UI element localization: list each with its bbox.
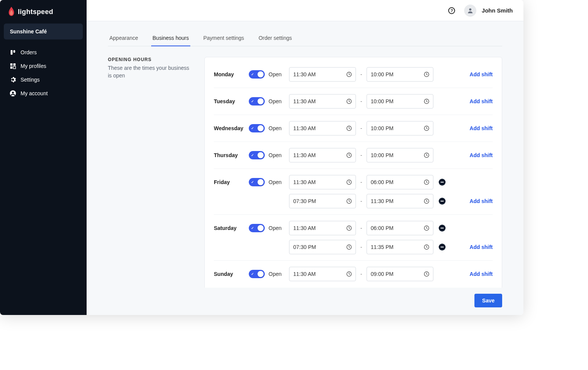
- svg-point-8: [469, 8, 471, 11]
- main: ? John Smith Appearance Business hours P…: [87, 0, 523, 315]
- time-input-from[interactable]: 11:30 AM: [289, 267, 356, 281]
- tabs: Appearance Business hours Payment settin…: [108, 30, 502, 46]
- time-separator: -: [356, 271, 367, 277]
- time-value: 07:30 PM: [293, 198, 316, 204]
- time-input-to[interactable]: 06:00 PM: [367, 175, 433, 189]
- day-block: Monday ✓ Open11:30 AM-10:00 PMAdd shift: [214, 61, 493, 88]
- day-block: Friday ✓ Open11:30 AM-06:00 PM 07:30 PM-…: [214, 169, 493, 215]
- time-separator: -: [356, 152, 367, 158]
- shift-row: Thursday ✓ Open11:30 AM-10:00 PMAdd shif…: [214, 147, 493, 163]
- day-block: Saturday ✓ Open11:30 AM-06:00 PM 07:30 P…: [214, 215, 493, 261]
- time-input-from[interactable]: 11:30 AM: [289, 94, 356, 109]
- add-shift-button[interactable]: Add shift: [464, 71, 493, 77]
- shift-row: 07:30 PM-11:30 PMAdd shift: [214, 193, 493, 209]
- time-value: 10:00 PM: [371, 152, 394, 158]
- business-name: Sunshine Café: [10, 28, 47, 35]
- add-shift-button[interactable]: Add shift: [464, 125, 493, 131]
- day-name: Monday: [214, 71, 249, 77]
- time-input-to[interactable]: 10:00 PM: [367, 94, 433, 109]
- time-input-to[interactable]: 06:00 PM: [367, 221, 433, 235]
- open-toggle[interactable]: ✓: [249, 270, 265, 278]
- time-separator: -: [356, 98, 367, 104]
- add-shift-button[interactable]: Add shift: [464, 98, 493, 104]
- time-input-from[interactable]: 07:30 PM: [289, 240, 356, 254]
- section-subtitle: These are the times your business is ope…: [108, 65, 192, 79]
- tab-payment-settings[interactable]: Payment settings: [202, 30, 245, 46]
- nav-item-label: My account: [21, 90, 48, 96]
- account-icon: [10, 90, 16, 96]
- clock-icon: [424, 271, 429, 277]
- section-title: OPENING HOURS: [108, 57, 192, 62]
- add-shift-button[interactable]: Add shift: [464, 244, 493, 250]
- clock-icon: [346, 126, 352, 131]
- clock-icon: [346, 271, 352, 277]
- time-input-to[interactable]: 10:00 PM: [367, 121, 433, 135]
- open-toggle[interactable]: ✓: [249, 97, 265, 105]
- brand-logo: lightspeed: [4, 7, 83, 24]
- nav-item-profiles[interactable]: My profiles: [4, 59, 83, 73]
- opening-hours-section: OPENING HOURS These are the times your b…: [108, 57, 502, 288]
- open-toggle[interactable]: ✓: [249, 124, 265, 132]
- remove-shift-button[interactable]: [439, 244, 446, 250]
- add-shift-button[interactable]: Add shift: [464, 198, 493, 204]
- add-shift-button[interactable]: Add shift: [464, 271, 493, 277]
- save-button[interactable]: Save: [474, 294, 502, 307]
- time-value: 11:30 AM: [293, 71, 316, 77]
- user-menu[interactable]: John Smith: [464, 5, 513, 17]
- avatar: [464, 5, 476, 17]
- clock-icon: [424, 244, 429, 250]
- time-value: 11:30 AM: [293, 152, 316, 158]
- business-selector[interactable]: Sunshine Café: [4, 24, 83, 39]
- profiles-icon: [10, 63, 16, 69]
- time-input-from[interactable]: 11:30 AM: [289, 221, 356, 235]
- open-status: Open: [269, 125, 289, 131]
- time-input-from[interactable]: 11:30 AM: [289, 121, 356, 135]
- open-toggle[interactable]: ✓: [249, 224, 265, 232]
- clock-icon: [346, 99, 352, 104]
- nav-item-orders[interactable]: Orders: [4, 46, 83, 59]
- remove-shift-button[interactable]: [439, 198, 446, 205]
- svg-rect-0: [11, 50, 13, 55]
- time-input-to[interactable]: 11:35 PM: [367, 240, 433, 254]
- time-input-to[interactable]: 10:00 PM: [367, 148, 433, 162]
- time-value: 11:30 AM: [293, 179, 316, 185]
- day-name: Wednesday: [214, 125, 249, 131]
- open-toggle[interactable]: ✓: [249, 70, 265, 79]
- time-input-to[interactable]: 10:00 PM: [367, 67, 433, 82]
- remove-shift-button[interactable]: [439, 225, 446, 231]
- clock-icon: [424, 99, 429, 104]
- person-icon: [467, 8, 473, 14]
- time-input-from[interactable]: 11:30 AM: [289, 67, 356, 82]
- nav-item-settings[interactable]: Settings: [4, 73, 83, 87]
- time-input-from[interactable]: 07:30 PM: [289, 194, 356, 208]
- tab-business-hours[interactable]: Business hours: [151, 30, 191, 46]
- time-input-from[interactable]: 11:30 AM: [289, 148, 356, 162]
- clock-icon: [346, 244, 352, 250]
- clock-icon: [424, 179, 429, 185]
- time-input-to[interactable]: 11:30 PM: [367, 194, 433, 208]
- shift-row: 07:30 PM-11:35 PMAdd shift: [214, 239, 493, 255]
- content: Appearance Business hours Payment settin…: [87, 21, 523, 288]
- time-input-from[interactable]: 11:30 AM: [289, 175, 356, 189]
- remove-shift-button[interactable]: [439, 179, 446, 186]
- open-status: Open: [269, 271, 289, 277]
- hours-card: Monday ✓ Open11:30 AM-10:00 PMAdd shift …: [204, 57, 502, 288]
- nav-item-account[interactable]: My account: [4, 87, 83, 100]
- tab-appearance[interactable]: Appearance: [108, 30, 140, 46]
- open-toggle[interactable]: ✓: [249, 151, 265, 159]
- help-icon[interactable]: ?: [448, 7, 455, 14]
- open-toggle[interactable]: ✓: [249, 178, 265, 186]
- time-value: 10:00 PM: [371, 125, 394, 131]
- time-value: 06:00 PM: [371, 179, 394, 185]
- add-shift-button[interactable]: Add shift: [464, 152, 493, 158]
- svg-rect-5: [13, 66, 16, 69]
- open-status: Open: [269, 98, 289, 104]
- tab-order-settings[interactable]: Order settings: [257, 30, 294, 46]
- time-input-to[interactable]: 09:00 PM: [367, 267, 433, 281]
- day-name: Tuesday: [214, 98, 249, 104]
- open-status: Open: [269, 225, 289, 231]
- time-value: 11:30 AM: [293, 125, 316, 131]
- open-status: Open: [269, 152, 289, 158]
- day-name: Sunday: [214, 271, 249, 277]
- day-block: Thursday ✓ Open11:30 AM-10:00 PMAdd shif…: [214, 142, 493, 169]
